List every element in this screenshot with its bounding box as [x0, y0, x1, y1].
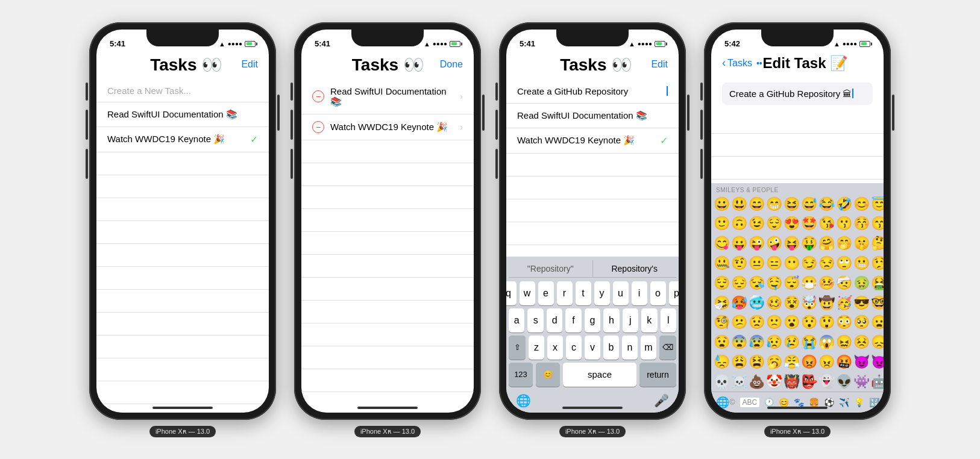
emoji-cell[interactable]: 😩	[731, 353, 747, 372]
emoji-cell[interactable]: 😲	[818, 313, 835, 332]
emoji-cell[interactable]: 🤢	[853, 274, 870, 293]
mic-icon[interactable]: 🎤	[654, 393, 669, 408]
emoji-cell[interactable]: 😗	[836, 214, 852, 233]
emoji-cell[interactable]: 😢	[784, 333, 800, 352]
key-k[interactable]: k	[641, 308, 657, 333]
return-key[interactable]: return	[639, 363, 676, 387]
key-i[interactable]: i	[632, 281, 647, 305]
task-row[interactable]: −Watch WWDC19 Keynote 🎉›	[301, 114, 474, 140]
key-f[interactable]: f	[565, 308, 581, 333]
emoji-cell[interactable]: 😋	[714, 234, 730, 253]
emoji-cell[interactable]: 😧	[714, 333, 730, 352]
emoji-cell[interactable]: 🥵	[731, 294, 747, 313]
key-d[interactable]: d	[547, 308, 562, 333]
nav-right-button[interactable]: Done	[440, 59, 463, 70]
new-task-placeholder[interactable]: Create a New Task...	[96, 80, 269, 102]
emoji-cell[interactable]: 😦	[871, 313, 884, 332]
emoji-cell[interactable]: 😶	[784, 254, 800, 273]
delete-circle-icon[interactable]: −	[312, 121, 324, 133]
emoji-cell[interactable]: 🙁	[766, 313, 782, 332]
emoji-cell[interactable]: 😮	[784, 313, 800, 332]
key-l[interactable]: l	[661, 308, 676, 333]
key-p[interactable]: p	[669, 281, 679, 305]
emoji-cell[interactable]: 😇	[871, 195, 884, 214]
emoji-cell[interactable]: 😈	[853, 353, 870, 372]
emoji-cell[interactable]: 👺	[801, 373, 817, 392]
emoji-cell[interactable]: 😊	[853, 195, 870, 214]
emoji-cell[interactable]: 🤧	[714, 294, 730, 313]
emoji-cell[interactable]: 👿	[871, 353, 884, 372]
emoji-cell[interactable]: 😀	[714, 195, 730, 214]
key-q[interactable]: q	[506, 281, 517, 305]
emoji-cell[interactable]: 😳	[836, 313, 852, 332]
abc-label[interactable]: ABC	[740, 398, 760, 407]
key-y[interactable]: y	[594, 281, 610, 305]
emoji-cell[interactable]: 😟	[749, 313, 765, 332]
emoji-cell[interactable]: 😂	[818, 195, 835, 214]
suggestion-item[interactable]: Repository's	[593, 260, 677, 277]
key-e[interactable]: e	[538, 281, 554, 305]
emoji-cell[interactable]: 😙	[871, 214, 884, 233]
key-t[interactable]: t	[576, 281, 591, 305]
emoji-cell[interactable]: 😠	[818, 353, 835, 372]
emoji-cell[interactable]: ☠️	[731, 373, 747, 392]
key-h[interactable]: h	[603, 308, 619, 333]
emoji-cell[interactable]: 🤐	[714, 254, 730, 273]
emoji-cell[interactable]: 😱	[818, 333, 835, 352]
emoji-cell[interactable]: 🙂	[714, 214, 730, 233]
emoji-cell[interactable]: 😑	[766, 254, 782, 273]
task-row[interactable]: Read SwiftUI Documentation 📚	[506, 104, 679, 128]
emoji-cell[interactable]: 🤑	[801, 234, 817, 253]
task-row[interactable]: −Read SwiftUI Documentation 📚›	[301, 80, 474, 114]
emoji-cell[interactable]: 😚	[853, 214, 870, 233]
emoji-cell[interactable]: 👹	[784, 373, 800, 392]
key-s[interactable]: s	[527, 308, 543, 333]
emoji-cell[interactable]: 😅	[801, 195, 817, 214]
emoji-cell[interactable]: 🥶	[749, 294, 765, 313]
task-row[interactable]: Read SwiftUI Documentation 📚	[96, 102, 269, 127]
emoji-cell[interactable]: 🤮	[871, 274, 884, 293]
delete-circle-icon[interactable]: −	[312, 90, 324, 102]
emoji-cell[interactable]: 👻	[818, 373, 835, 392]
nav-right-button[interactable]: Edit	[651, 59, 668, 70]
emoji-cell[interactable]: 🤬	[836, 353, 852, 372]
emoji-cell[interactable]: 🥳	[836, 294, 852, 313]
emoji-cell[interactable]: 😄	[749, 195, 765, 214]
emoji-cell[interactable]: 💩	[749, 373, 765, 392]
emoji-cell[interactable]: 😐	[749, 254, 765, 273]
emoji-cell[interactable]: 😓	[714, 353, 730, 372]
emoji-cell[interactable]: 🤥	[871, 254, 884, 273]
emoji-cell[interactable]: 😡	[801, 353, 817, 372]
emoji-cell[interactable]: 😍	[784, 214, 800, 233]
emoji-cell[interactable]: 🤣	[836, 195, 852, 214]
emoji-cell[interactable]: 🤪	[766, 234, 782, 253]
emoji-cell[interactable]: 😖	[836, 333, 852, 352]
key-m[interactable]: m	[641, 336, 656, 360]
emoji-cell[interactable]: 😔	[731, 274, 747, 293]
emoji-cell[interactable]: 😒	[818, 254, 835, 273]
emoji-cell[interactable]: 👾	[853, 373, 870, 392]
emoji-cell[interactable]: 😥	[766, 333, 782, 352]
globe-icon[interactable]: 🌐	[516, 393, 531, 408]
emoji-cell[interactable]: 😷	[801, 274, 817, 293]
emoji-cell[interactable]: 😆	[784, 195, 800, 214]
emoji-cell[interactable]: 🙃	[731, 214, 747, 233]
emoji-cell[interactable]: 🤒	[818, 274, 835, 293]
key-z[interactable]: z	[529, 336, 544, 360]
emoji-cell[interactable]: 😏	[801, 254, 817, 273]
nav-right-button[interactable]: Edit	[241, 59, 258, 70]
emoji-cell[interactable]: 🤨	[731, 254, 747, 273]
key-w[interactable]: w	[520, 281, 535, 305]
emoji-cell[interactable]: 👽	[836, 373, 852, 392]
emoji-cell[interactable]: 🤡	[766, 373, 782, 392]
emoji-key[interactable]: 😊	[536, 363, 560, 387]
emoji-cell[interactable]: 😣	[853, 333, 870, 352]
numbers-key[interactable]: 123	[509, 363, 533, 387]
delete-key[interactable]: ⌫	[659, 336, 676, 360]
emoji-cell[interactable]: 😬	[853, 254, 870, 273]
emoji-cell[interactable]: 😉	[749, 214, 765, 233]
key-v[interactable]: v	[585, 336, 600, 360]
key-a[interactable]: a	[509, 308, 524, 333]
key-b[interactable]: b	[603, 336, 619, 360]
emoji-cell[interactable]: 🙄	[836, 254, 852, 273]
